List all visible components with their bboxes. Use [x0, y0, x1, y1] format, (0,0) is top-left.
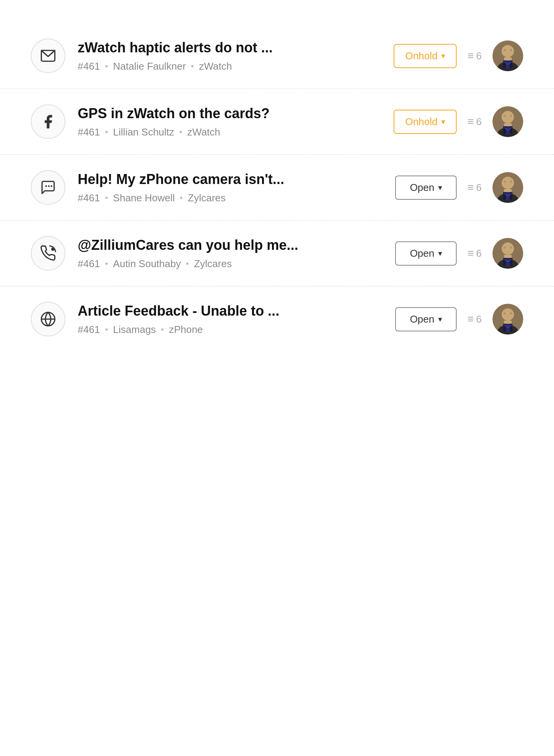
ticket-count-wrap: ≡ 6 [467, 115, 482, 128]
ticket-title: @ZilliumCares can you help me... [78, 237, 383, 253]
chevron-down-icon: ▾ [438, 314, 442, 324]
svg-point-17 [504, 115, 506, 117]
ticket-actions: Open ▾ ≡ 6 [395, 172, 523, 203]
status-button[interactable]: Onhold ▾ [394, 44, 457, 68]
ticket-count: 6 [476, 116, 482, 128]
ticket-number: #461 [78, 126, 100, 138]
phone-icon [31, 236, 65, 271]
ticket-title: Help! My zPhone camera isn't... [78, 171, 383, 187]
ticket-info: @ZilliumCares can you help me... #461 Au… [78, 237, 383, 270]
ticket-info: Article Feedback - Unable to ... #461 Li… [78, 303, 383, 336]
svg-point-11 [502, 111, 514, 123]
ticket-title: zWatch haptic alerts do not ... [78, 40, 381, 56]
ticket-user: Lisamags [113, 324, 156, 336]
ticket-count-wrap: ≡ 6 [467, 313, 482, 325]
ticket-item: GPS in zWatch on the cards? #461 Lillian… [0, 89, 554, 155]
ticket-number: #461 [78, 60, 100, 72]
ticket-product: zWatch [187, 126, 220, 138]
chevron-down-icon: ▾ [441, 117, 445, 126]
ticket-number: #461 [78, 192, 100, 204]
svg-point-36 [504, 246, 506, 249]
ticket-meta: #461 Lillian Schultz zWatch [78, 126, 381, 138]
status-label: Onhold [405, 116, 437, 128]
status-label: Onhold [405, 50, 437, 62]
status-label: Open [410, 313, 434, 325]
svg-point-30 [502, 243, 514, 255]
svg-point-9 [510, 49, 512, 51]
chat-icon [31, 170, 65, 205]
agent-avatar [492, 40, 523, 71]
ticket-actions: Open ▾ ≡ 6 [395, 304, 523, 335]
ticket-product: Zylcares [194, 258, 232, 270]
email-icon [31, 38, 65, 73]
meta-dot [180, 197, 182, 199]
status-button[interactable]: Onhold ▾ [394, 110, 457, 134]
ticket-user: Shane Howell [113, 192, 175, 204]
meta-dot [105, 263, 108, 265]
lines-icon: ≡ [467, 313, 474, 325]
meta-dot [105, 197, 108, 199]
status-label: Open [410, 182, 434, 194]
ticket-info: Help! My zPhone camera isn't... #461 Sha… [78, 171, 383, 204]
ticket-actions: Onhold ▾ ≡ 6 [394, 40, 523, 71]
ticket-item: Help! My zPhone camera isn't... #461 Sha… [0, 155, 554, 221]
status-label: Open [410, 248, 434, 259]
agent-avatar [492, 172, 523, 203]
meta-dot [105, 65, 108, 67]
svg-point-26 [504, 181, 506, 183]
facebook-icon [31, 104, 65, 139]
ticket-meta: #461 Shane Howell Zylcares [78, 192, 383, 204]
ticket-actions: Open ▾ ≡ 6 [395, 238, 523, 269]
globe-icon [31, 302, 65, 336]
chevron-down-icon: ▾ [441, 51, 445, 60]
svg-point-47 [504, 312, 506, 314]
ticket-count: 6 [476, 313, 482, 325]
lines-icon: ≡ [467, 247, 474, 259]
ticket-info: zWatch haptic alerts do not ... #461 Nat… [78, 40, 381, 72]
chevron-down-icon: ▾ [438, 183, 442, 192]
svg-point-28 [52, 248, 54, 250]
svg-point-37 [510, 246, 512, 249]
ticket-title: GPS in zWatch on the cards? [78, 105, 381, 122]
ticket-user: Natalie Faulkner [113, 60, 186, 72]
ticket-list: zWatch haptic alerts do not ... #461 Nat… [0, 0, 554, 375]
ticket-count-wrap: ≡ 6 [467, 50, 482, 62]
lines-icon: ≡ [467, 181, 474, 194]
ticket-count-wrap: ≡ 6 [467, 247, 482, 259]
svg-point-8 [504, 49, 506, 51]
ticket-number: #461 [78, 258, 100, 270]
svg-point-41 [502, 308, 514, 321]
svg-point-18 [510, 115, 512, 117]
status-button[interactable]: Open ▾ [395, 241, 457, 266]
ticket-item: zWatch haptic alerts do not ... #461 Nat… [0, 23, 554, 89]
agent-avatar [492, 304, 523, 335]
ticket-item: Article Feedback - Unable to ... #461 Li… [0, 286, 554, 352]
ticket-user: Autin Southaby [113, 258, 181, 270]
meta-dot [105, 328, 108, 331]
ticket-count: 6 [476, 182, 482, 194]
svg-point-27 [510, 181, 512, 183]
meta-dot [186, 263, 189, 265]
ticket-count: 6 [476, 50, 482, 62]
status-button[interactable]: Open ▾ [395, 307, 457, 331]
agent-avatar [492, 238, 523, 269]
status-button[interactable]: Open ▾ [395, 176, 457, 200]
ticket-item: @ZilliumCares can you help me... #461 Au… [0, 221, 554, 286]
ticket-actions: Onhold ▾ ≡ 6 [394, 106, 523, 137]
ticket-user: Lillian Schultz [113, 126, 174, 138]
ticket-meta: #461 Natalie Faulkner zWatch [78, 60, 381, 72]
ticket-number: #461 [78, 324, 100, 336]
meta-dot [161, 328, 164, 331]
svg-point-20 [502, 177, 514, 189]
meta-dot [105, 131, 108, 133]
ticket-info: GPS in zWatch on the cards? #461 Lillian… [78, 105, 381, 138]
lines-icon: ≡ [467, 115, 474, 128]
meta-dot [180, 131, 182, 133]
lines-icon: ≡ [467, 50, 474, 62]
svg-point-2 [502, 45, 514, 57]
svg-point-48 [510, 312, 512, 314]
ticket-meta: #461 Lisamags zPhone [78, 324, 383, 336]
meta-dot [191, 65, 194, 67]
chevron-down-icon: ▾ [438, 249, 442, 258]
ticket-count-wrap: ≡ 6 [467, 181, 482, 194]
